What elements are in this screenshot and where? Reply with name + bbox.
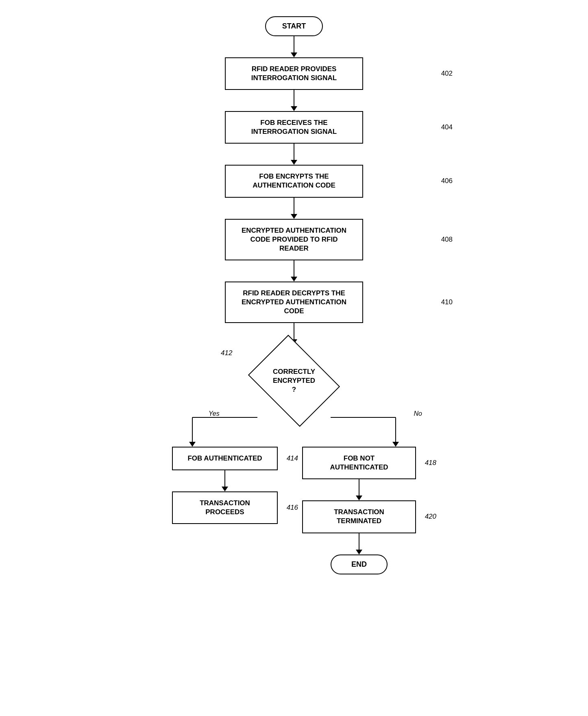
- arrow-5: [291, 260, 297, 282]
- node-418: FOB NOTAUTHENTICATED: [302, 447, 416, 479]
- node-412-wrapper: CORRECTLYENCRYPTED?: [245, 348, 343, 413]
- arrow-left-1: [222, 470, 228, 491]
- arrow-right-1: [356, 479, 362, 500]
- node-420: TRANSACTIONTERMINATED: [302, 500, 416, 533]
- node-410: RFID READER DECRYPTS THEENCRYPTED AUTHEN…: [225, 282, 363, 323]
- arrow-right-2: [356, 533, 362, 554]
- node-406: FOB ENCRYPTS THEAUTHENTICATION CODE: [225, 165, 363, 197]
- ref-406: 406: [441, 177, 453, 185]
- right-branch: FOB NOTAUTHENTICATED 418 TRANSACTIONTERM…: [290, 447, 428, 574]
- svg-marker-2: [189, 442, 196, 447]
- flowchart: START RFID READER PROVIDESINTERROGATION …: [111, 16, 477, 574]
- yes-label: Yes: [209, 410, 220, 417]
- ref-414: 414: [287, 454, 298, 463]
- ref-416: 416: [287, 504, 298, 512]
- no-label: No: [414, 410, 422, 417]
- ref-410: 410: [441, 298, 453, 306]
- node-414-row: FOB AUTHENTICATED 414: [172, 447, 278, 470]
- arrow-1: [291, 36, 297, 57]
- ref-408: 408: [441, 236, 453, 244]
- ref-418: 418: [425, 459, 436, 467]
- node-404: FOB RECEIVES THEINTERROGATION SIGNAL: [225, 111, 363, 144]
- ref-404: 404: [441, 123, 453, 131]
- node-408: ENCRYPTED AUTHENTICATIONCODE PROVIDED TO…: [225, 219, 363, 260]
- node-404-row: FOB RECEIVES THEINTERROGATION SIGNAL 404: [111, 111, 477, 144]
- svg-marker-5: [392, 442, 399, 447]
- ref-420: 420: [425, 513, 436, 521]
- arrow-3: [291, 144, 297, 165]
- node-418-row: FOB NOTAUTHENTICATED 418: [302, 447, 416, 479]
- arrow-2: [291, 90, 297, 111]
- node-406-row: FOB ENCRYPTS THEAUTHENTICATION CODE 406: [111, 165, 477, 197]
- arrow-4: [291, 198, 297, 219]
- branch-container: Yes No FOB AUTHENTICATED 414 TRANSACTION…: [127, 417, 461, 574]
- node-416-row: TRANSACTIONPROCEEDS 416: [172, 491, 278, 524]
- node-412: CORRECTLYENCRYPTED?: [273, 367, 315, 394]
- ref-412: 412: [221, 349, 232, 357]
- start-node: START: [265, 16, 323, 36]
- end-node: END: [331, 554, 388, 574]
- node-416: TRANSACTIONPROCEEDS: [172, 491, 278, 524]
- left-branch: FOB AUTHENTICATED 414 TRANSACTIONPROCEED…: [160, 447, 290, 574]
- node-420-row: TRANSACTIONTERMINATED 420: [302, 500, 416, 533]
- node-414: FOB AUTHENTICATED: [172, 447, 278, 470]
- node-412-row: CORRECTLYENCRYPTED? 412: [111, 344, 477, 417]
- node-402: RFID READER PROVIDESINTERROGATION SIGNAL: [225, 57, 363, 90]
- node-402-row: RFID READER PROVIDESINTERROGATION SIGNAL…: [111, 57, 477, 90]
- start-row: START: [111, 16, 477, 36]
- node-408-row: ENCRYPTED AUTHENTICATIONCODE PROVIDED TO…: [111, 219, 477, 260]
- node-410-row: RFID READER DECRYPTS THEENCRYPTED AUTHEN…: [111, 282, 477, 323]
- ref-402: 402: [441, 70, 453, 78]
